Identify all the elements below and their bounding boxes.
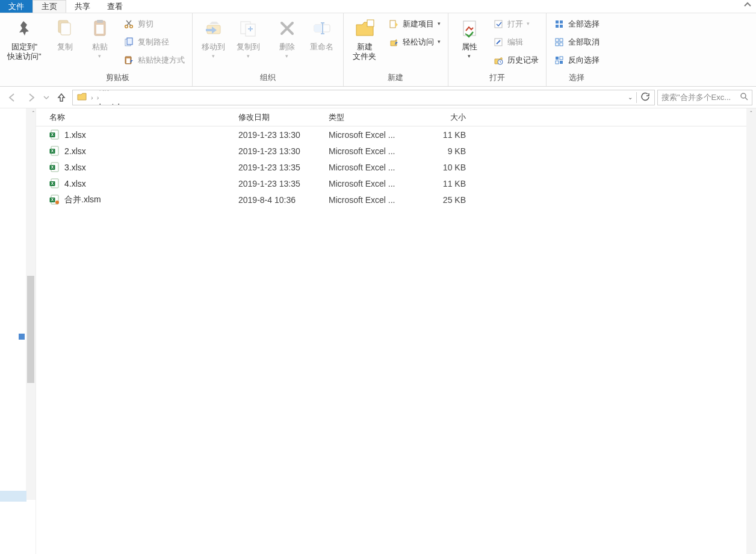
- header-type[interactable]: 类型: [329, 112, 419, 123]
- navigation-bar: › 此电脑›Windows (C:)›用户›hustyle›桌面›合并多个Exc…: [0, 87, 756, 108]
- tab-view[interactable]: 查看: [99, 0, 131, 13]
- content-area: ˆ ˆ 名称 修改日期 类型 大小 X1.xlsx2019-1-23 13:30…: [0, 108, 756, 554]
- svg-rect-26: [560, 25, 563, 28]
- nav-selection-highlight: [0, 491, 26, 502]
- file-list-pane: ˆ 名称 修改日期 类型 大小 X1.xlsx2019-1-23 13:30Mi…: [36, 108, 756, 554]
- file-type: Microsoft Excel ...: [329, 163, 419, 172]
- tab-file[interactable]: 文件: [0, 0, 33, 13]
- folder-icon: [76, 91, 87, 104]
- group-open-caption: 打开: [453, 70, 541, 86]
- copy-button[interactable]: 复制: [49, 16, 81, 53]
- search-input[interactable]: 搜索"合并多个Exc...: [657, 90, 752, 105]
- group-open: 属性 ▾ 打开 ▾ 编辑: [448, 13, 547, 86]
- scissors-icon: [123, 19, 134, 30]
- collapse-ribbon-icon[interactable]: [744, 1, 751, 10]
- rename-button[interactable]: 重命名: [306, 16, 338, 53]
- refresh-icon[interactable]: [640, 92, 649, 103]
- group-new-caption: 新建: [349, 70, 443, 86]
- paste-shortcut-icon: [123, 55, 134, 66]
- file-type: Microsoft Excel ...: [329, 179, 419, 188]
- file-row[interactable]: X2.xlsx2019-1-23 13:30Microsoft Excel ..…: [36, 143, 756, 159]
- copy-to-button[interactable]: 复制到 ▾: [232, 16, 265, 60]
- new-item-button[interactable]: 新建项目 ▾: [386, 17, 443, 31]
- svg-rect-23: [556, 20, 559, 23]
- group-new: 新建 文件夹 新建项目 ▾ 轻松访问 ▾ 新建: [344, 13, 448, 86]
- svg-point-51: [55, 201, 59, 204]
- navigation-pane[interactable]: ˆ: [0, 108, 36, 554]
- paste-shortcut-button[interactable]: 粘贴快捷方式: [121, 53, 187, 67]
- edit-button[interactable]: 编辑: [491, 35, 541, 49]
- chevron-down-icon[interactable]: ⌄: [628, 94, 633, 101]
- paste-shortcut-label: 粘贴快捷方式: [138, 55, 185, 66]
- svg-rect-9: [127, 38, 132, 45]
- svg-rect-28: [560, 39, 563, 42]
- copy-to-icon: [237, 17, 260, 40]
- properties-button[interactable]: 属性 ▾: [453, 16, 486, 60]
- file-date: 2019-1-23 13:30: [238, 130, 329, 140]
- address-bar[interactable]: › 此电脑›Windows (C:)›用户›hustyle›桌面›合并多个Exc…: [72, 90, 655, 105]
- group-organize: 移动到 ▾ 复制到 ▾ 删除 ▾ 重命名: [193, 13, 344, 86]
- easy-access-button[interactable]: 轻松访问 ▾: [386, 35, 443, 49]
- file-date: 2019-8-4 10:36: [238, 195, 329, 205]
- file-type: Microsoft Excel ...: [329, 130, 419, 140]
- cut-button[interactable]: 剪切: [121, 17, 187, 31]
- delete-icon: [276, 17, 299, 40]
- nav-active-marker: [19, 334, 25, 340]
- properties-icon: [458, 17, 481, 40]
- paste-button[interactable]: 粘贴 ▾: [84, 16, 116, 60]
- chevron-right-icon[interactable]: ›: [90, 94, 94, 101]
- scroll-up-icon[interactable]: ˆ: [746, 108, 756, 120]
- copy-path-button[interactable]: 复制路径: [121, 35, 187, 49]
- svg-rect-27: [556, 39, 559, 42]
- file-row[interactable]: X合并.xlsm2019-8-4 10:36Microsoft Excel ..…: [36, 191, 756, 208]
- svg-rect-4: [97, 20, 103, 23]
- move-to-button[interactable]: 移动到 ▾: [197, 16, 230, 60]
- back-button[interactable]: [4, 89, 20, 106]
- copy-path-label: 复制路径: [138, 37, 169, 48]
- excel-file-icon: X: [49, 162, 60, 172]
- up-button[interactable]: [53, 89, 70, 106]
- paste-label: 粘贴: [92, 42, 108, 52]
- select-all-icon: [554, 19, 565, 30]
- file-row[interactable]: X1.xlsx2019-1-23 13:30Microsoft Excel ..…: [36, 126, 756, 143]
- delete-button[interactable]: 删除 ▾: [271, 16, 303, 60]
- header-date[interactable]: 修改日期: [238, 112, 329, 123]
- chevron-down-icon: ▾: [527, 20, 530, 26]
- recent-locations-button[interactable]: [42, 89, 51, 106]
- file-name: 3.xlsx: [64, 163, 86, 172]
- select-all-button[interactable]: 全部选择: [551, 17, 602, 31]
- breadcrumb-segment[interactable]: 用户: [96, 90, 169, 93]
- select-none-button[interactable]: 全部取消: [551, 35, 602, 49]
- file-row[interactable]: X4.xlsx2019-1-23 13:35Microsoft Excel ..…: [36, 175, 756, 191]
- scroll-up-icon[interactable]: ˆ: [33, 111, 34, 117]
- excel-file-icon: X: [49, 178, 60, 188]
- chevron-down-icon: ▾: [98, 53, 101, 59]
- chevron-right-icon[interactable]: ›: [96, 94, 101, 101]
- file-row[interactable]: X3.xlsx2019-1-23 13:35Microsoft Excel ..…: [36, 159, 756, 175]
- forward-button[interactable]: [23, 89, 40, 106]
- svg-rect-17: [367, 20, 374, 26]
- group-organize-caption: 组织: [197, 70, 338, 86]
- svg-rect-24: [560, 20, 563, 23]
- svg-rect-34: [560, 61, 563, 64]
- new-folder-icon: [353, 17, 376, 40]
- left-scrollbar-thumb[interactable]: [27, 276, 34, 383]
- svg-text:X: X: [51, 198, 54, 202]
- invert-selection-button[interactable]: 反向选择: [551, 53, 602, 67]
- pin-icon: [13, 17, 36, 40]
- pin-quick-access-button[interactable]: 固定到" 快速访问": [5, 16, 44, 63]
- file-name: 2.xlsx: [64, 146, 86, 156]
- list-scrollbar[interactable]: ˆ: [746, 108, 756, 554]
- breadcrumb-segment[interactable]: hustyle: [96, 102, 169, 105]
- copy-label: 复制: [57, 42, 73, 52]
- open-icon: [493, 19, 504, 30]
- new-folder-button[interactable]: 新建 文件夹: [349, 16, 381, 63]
- copy-icon: [54, 17, 76, 40]
- tab-share[interactable]: 共享: [66, 0, 99, 13]
- header-name[interactable]: 名称: [36, 112, 238, 123]
- history-button[interactable]: 历史记录: [491, 53, 541, 67]
- tab-home[interactable]: 主页: [33, 0, 66, 13]
- svg-rect-25: [556, 25, 559, 28]
- header-size[interactable]: 大小: [419, 112, 472, 123]
- open-button[interactable]: 打开 ▾: [491, 17, 541, 31]
